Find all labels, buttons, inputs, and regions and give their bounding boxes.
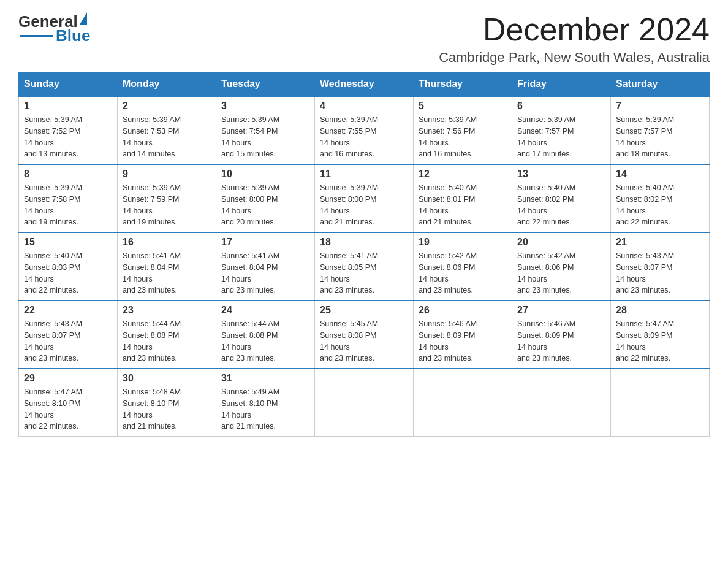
day-info: Sunrise: 5:49 AMSunset: 8:10 PM14 hoursa…: [221, 386, 309, 432]
day-number: 14: [616, 169, 704, 180]
calendar-cell: [414, 369, 512, 437]
calendar-cell: 1 Sunrise: 5:39 AMSunset: 7:52 PM14 hour…: [19, 96, 118, 164]
calendar-cell: 3 Sunrise: 5:39 AMSunset: 7:54 PM14 hour…: [216, 96, 315, 164]
day-number: 6: [517, 101, 605, 112]
day-info: Sunrise: 5:40 AMSunset: 8:01 PM14 hoursa…: [419, 182, 507, 228]
day-info: Sunrise: 5:45 AMSunset: 8:08 PM14 hoursa…: [320, 318, 408, 364]
calendar-header-saturday: Saturday: [611, 72, 710, 97]
day-info: Sunrise: 5:43 AMSunset: 8:07 PM14 hoursa…: [616, 250, 704, 296]
calendar-header-monday: Monday: [118, 72, 216, 97]
calendar-cell: 25 Sunrise: 5:45 AMSunset: 8:08 PM14 hou…: [315, 301, 414, 369]
calendar-cell: 20 Sunrise: 5:42 AMSunset: 8:06 PM14 hou…: [512, 232, 611, 301]
day-number: 30: [123, 373, 211, 384]
day-number: 31: [221, 373, 309, 384]
day-number: 8: [24, 169, 112, 180]
day-number: 9: [123, 169, 211, 180]
day-info: Sunrise: 5:48 AMSunset: 8:10 PM14 hoursa…: [123, 386, 211, 432]
calendar-cell: 23 Sunrise: 5:44 AMSunset: 8:08 PM14 hou…: [118, 301, 216, 369]
calendar-week-row: 15 Sunrise: 5:40 AMSunset: 8:03 PM14 hou…: [19, 232, 710, 301]
calendar-week-row: 29 Sunrise: 5:47 AMSunset: 8:10 PM14 hou…: [19, 369, 710, 437]
calendar-week-row: 8 Sunrise: 5:39 AMSunset: 7:58 PM14 hour…: [19, 164, 710, 232]
calendar-cell: 18 Sunrise: 5:41 AMSunset: 8:05 PM14 hou…: [315, 232, 414, 301]
day-number: 22: [24, 305, 112, 316]
calendar-header-wednesday: Wednesday: [315, 72, 414, 97]
calendar-cell: 12 Sunrise: 5:40 AMSunset: 8:01 PM14 hou…: [414, 164, 512, 232]
day-info: Sunrise: 5:39 AMSunset: 7:56 PM14 hoursa…: [419, 114, 507, 160]
day-info: Sunrise: 5:39 AMSunset: 7:55 PM14 hoursa…: [320, 114, 408, 160]
day-info: Sunrise: 5:47 AMSunset: 8:09 PM14 hoursa…: [616, 318, 704, 364]
day-number: 20: [517, 237, 605, 248]
logo: General Blue: [18, 12, 90, 45]
day-info: Sunrise: 5:43 AMSunset: 8:07 PM14 hoursa…: [24, 318, 112, 364]
day-number: 21: [616, 237, 704, 248]
calendar-cell: 6 Sunrise: 5:39 AMSunset: 7:57 PM14 hour…: [512, 96, 611, 164]
calendar-cell: 7 Sunrise: 5:39 AMSunset: 7:57 PM14 hour…: [611, 96, 710, 164]
calendar-header-row: SundayMondayTuesdayWednesdayThursdayFrid…: [19, 72, 710, 97]
day-number: 1: [24, 101, 112, 112]
calendar-week-row: 1 Sunrise: 5:39 AMSunset: 7:52 PM14 hour…: [19, 96, 710, 164]
calendar-cell: 19 Sunrise: 5:42 AMSunset: 8:06 PM14 hou…: [414, 232, 512, 301]
day-number: 29: [24, 373, 112, 384]
day-number: 2: [123, 101, 211, 112]
title-section: December 2024 Cambridge Park, New South …: [439, 12, 710, 66]
day-info: Sunrise: 5:42 AMSunset: 8:06 PM14 hoursa…: [419, 250, 507, 296]
calendar-cell: 9 Sunrise: 5:39 AMSunset: 7:59 PM14 hour…: [118, 164, 216, 232]
day-number: 18: [320, 237, 408, 248]
calendar-cell: [512, 369, 611, 437]
day-number: 23: [123, 305, 211, 316]
calendar-cell: 2 Sunrise: 5:39 AMSunset: 7:53 PM14 hour…: [118, 96, 216, 164]
day-number: 11: [320, 169, 408, 180]
day-number: 4: [320, 101, 408, 112]
day-info: Sunrise: 5:39 AMSunset: 7:54 PM14 hoursa…: [221, 114, 309, 160]
day-info: Sunrise: 5:46 AMSunset: 8:09 PM14 hoursa…: [419, 318, 507, 364]
day-number: 15: [24, 237, 112, 248]
calendar-cell: 30 Sunrise: 5:48 AMSunset: 8:10 PM14 hou…: [118, 369, 216, 437]
day-info: Sunrise: 5:41 AMSunset: 8:05 PM14 hoursa…: [320, 250, 408, 296]
day-number: 27: [517, 305, 605, 316]
calendar-cell: 31 Sunrise: 5:49 AMSunset: 8:10 PM14 hou…: [216, 369, 315, 437]
logo-blue-text: Blue: [56, 26, 90, 45]
calendar-cell: 17 Sunrise: 5:41 AMSunset: 8:04 PM14 hou…: [216, 232, 315, 301]
day-info: Sunrise: 5:46 AMSunset: 8:09 PM14 hoursa…: [517, 318, 605, 364]
calendar-cell: 5 Sunrise: 5:39 AMSunset: 7:56 PM14 hour…: [414, 96, 512, 164]
calendar-cell: 16 Sunrise: 5:41 AMSunset: 8:04 PM14 hou…: [118, 232, 216, 301]
calendar-header-friday: Friday: [512, 72, 611, 97]
day-info: Sunrise: 5:39 AMSunset: 8:00 PM14 hoursa…: [320, 182, 408, 228]
page-header: General Blue December 2024 Cambridge Par…: [18, 12, 710, 66]
day-number: 19: [419, 237, 507, 248]
day-number: 17: [221, 237, 309, 248]
day-number: 7: [616, 101, 704, 112]
calendar-cell: 28 Sunrise: 5:47 AMSunset: 8:09 PM14 hou…: [611, 301, 710, 369]
day-number: 10: [221, 169, 309, 180]
day-info: Sunrise: 5:41 AMSunset: 8:04 PM14 hoursa…: [221, 250, 309, 296]
month-title: December 2024: [439, 12, 710, 47]
day-number: 12: [419, 169, 507, 180]
calendar-cell: 10 Sunrise: 5:39 AMSunset: 8:00 PM14 hou…: [216, 164, 315, 232]
day-number: 16: [123, 237, 211, 248]
day-info: Sunrise: 5:44 AMSunset: 8:08 PM14 hoursa…: [221, 318, 309, 364]
logo-triangle-icon: [80, 12, 87, 25]
day-info: Sunrise: 5:39 AMSunset: 7:58 PM14 hoursa…: [24, 182, 112, 228]
location-subtitle: Cambridge Park, New South Wales, Austral…: [439, 50, 710, 66]
day-number: 28: [616, 305, 704, 316]
calendar-header-sunday: Sunday: [19, 72, 118, 97]
day-info: Sunrise: 5:40 AMSunset: 8:02 PM14 hoursa…: [517, 182, 605, 228]
calendar-cell: 27 Sunrise: 5:46 AMSunset: 8:09 PM14 hou…: [512, 301, 611, 369]
calendar-cell: 13 Sunrise: 5:40 AMSunset: 8:02 PM14 hou…: [512, 164, 611, 232]
calendar-cell: [611, 369, 710, 437]
day-number: 24: [221, 305, 309, 316]
day-info: Sunrise: 5:39 AMSunset: 7:57 PM14 hoursa…: [616, 114, 704, 160]
day-info: Sunrise: 5:39 AMSunset: 8:00 PM14 hoursa…: [221, 182, 309, 228]
day-number: 13: [517, 169, 605, 180]
day-info: Sunrise: 5:42 AMSunset: 8:06 PM14 hoursa…: [517, 250, 605, 296]
calendar-cell: 21 Sunrise: 5:43 AMSunset: 8:07 PM14 hou…: [611, 232, 710, 301]
day-number: 3: [221, 101, 309, 112]
calendar-cell: 26 Sunrise: 5:46 AMSunset: 8:09 PM14 hou…: [414, 301, 512, 369]
day-info: Sunrise: 5:39 AMSunset: 7:59 PM14 hoursa…: [123, 182, 211, 228]
day-info: Sunrise: 5:44 AMSunset: 8:08 PM14 hoursa…: [123, 318, 211, 364]
logo-blue-bar: [20, 35, 53, 37]
calendar-cell: 4 Sunrise: 5:39 AMSunset: 7:55 PM14 hour…: [315, 96, 414, 164]
calendar-header-tuesday: Tuesday: [216, 72, 315, 97]
calendar-week-row: 22 Sunrise: 5:43 AMSunset: 8:07 PM14 hou…: [19, 301, 710, 369]
day-number: 5: [419, 101, 507, 112]
